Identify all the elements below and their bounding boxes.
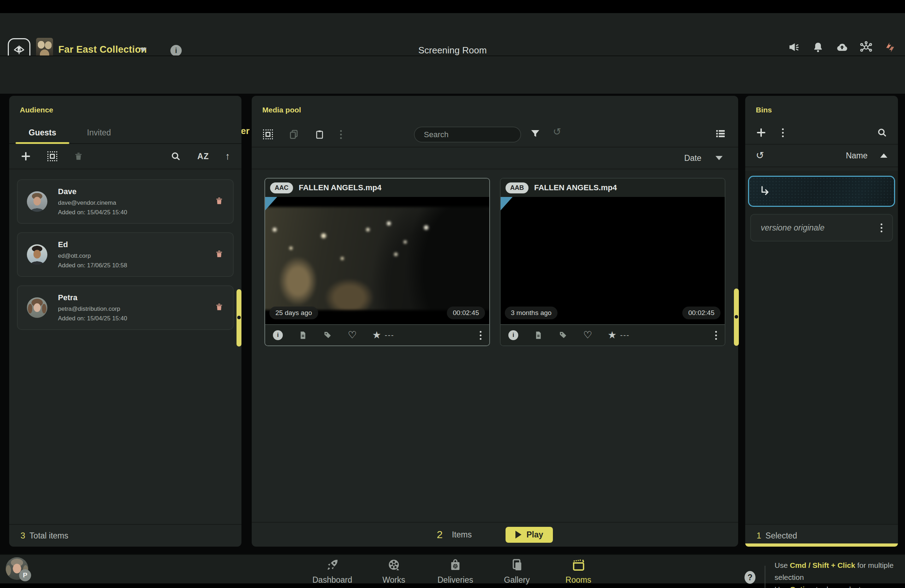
plus-icon — [21, 151, 31, 162]
help-cluster: ? Use Cmd / Shift + Click for multiple s… — [745, 559, 905, 588]
media-card-aab[interactable]: AAB FALLEN ANGELS.mp4 3 months ago 00:02… — [500, 178, 726, 346]
media-toolbar: ↺ — [252, 122, 738, 148]
select-all-guests-button[interactable] — [48, 151, 57, 161]
undo-icon[interactable]: ↺ — [756, 151, 764, 161]
delete-guests-button[interactable] — [73, 151, 83, 161]
help-line-1: Use Cmd / Shift + Click for multiple sel… — [775, 559, 905, 583]
star-icon: ★ — [372, 330, 381, 340]
media-pool-panel: Media pool ↺ Date — [252, 96, 738, 547]
add-bin-button[interactable] — [756, 127, 767, 138]
reset-filters-icon[interactable]: ↺ — [553, 127, 561, 137]
trash-icon — [214, 196, 224, 205]
bins-selection-accent-bar — [745, 544, 898, 547]
nav-item-deliveries[interactable]: Deliveries — [430, 558, 480, 585]
media-toolbar-left — [263, 122, 342, 147]
sort-alphabetical-icon[interactable]: AZ — [197, 152, 209, 161]
media-notes-icon[interactable] — [534, 331, 543, 340]
paste-clipboard-button[interactable] — [314, 129, 324, 139]
media-rating[interactable]: ★ --- — [608, 330, 630, 340]
guest-avatar — [27, 297, 48, 318]
media-sort-caret[interactable] — [716, 156, 722, 160]
remove-guest-button[interactable] — [214, 196, 224, 207]
media-version-badge: AAB — [505, 183, 529, 194]
search-bins-button[interactable] — [877, 127, 888, 138]
tag-icon — [559, 331, 568, 340]
collection-dropdown-caret[interactable] — [140, 48, 147, 52]
list-view-icon[interactable] — [715, 128, 726, 139]
media-item-count-label: Items — [452, 530, 472, 540]
media-more-options-icon[interactable] — [340, 130, 342, 139]
guest-avatar — [27, 191, 48, 212]
media-tag-icon[interactable] — [559, 331, 568, 340]
nav-item-works[interactable]: Works — [369, 558, 419, 585]
bin-item-versione-originale[interactable]: versione originale — [750, 214, 893, 242]
tab-guests[interactable]: Guests — [14, 128, 71, 143]
bin-more-options-icon[interactable] — [881, 224, 882, 232]
guest-info: Dave dave@vendor.cinema Added on: 15/04/… — [58, 187, 127, 216]
remove-guest-button[interactable] — [214, 249, 224, 260]
nav-label: Gallery — [504, 575, 530, 585]
bins-more-options-icon[interactable] — [782, 128, 784, 137]
audience-tabs: Guests Invited — [9, 122, 241, 144]
tab-invited[interactable]: Invited — [71, 128, 127, 143]
copy-media-button[interactable] — [289, 129, 299, 140]
cloud-upload-icon[interactable] — [836, 41, 848, 54]
network-hub-icon[interactable] — [860, 41, 872, 54]
media-more-options-icon[interactable] — [715, 331, 717, 340]
tab-guests-label: Guests — [29, 128, 56, 137]
nav-item-rooms[interactable]: Rooms — [554, 558, 603, 585]
select-all-media-button[interactable] — [263, 129, 273, 139]
audience-panel: Audience Guests Invited AZ ↑ — [9, 96, 241, 547]
add-guest-button[interactable] — [21, 151, 31, 162]
bins-sort-label[interactable]: Name — [846, 151, 867, 161]
rating-value: --- — [385, 331, 394, 339]
bin-drop-target-selected[interactable] — [748, 176, 895, 207]
media-rating[interactable]: ★ --- — [372, 330, 394, 340]
guest-row-petra[interactable]: Petra petra@distribution.corp Added on: … — [17, 285, 234, 330]
media-favorite-heart-icon[interactable]: ♡ — [348, 330, 357, 340]
guest-added-date: Added on: 15/04/25 15:40 — [58, 315, 127, 322]
remove-guest-button[interactable] — [214, 302, 224, 313]
media-more-options-icon[interactable] — [480, 331, 481, 340]
media-duration-badge: 00:02:45 — [447, 307, 485, 319]
bins-panel: Bins ↺ Name versione originale — [745, 96, 898, 547]
guest-row-ed[interactable]: Ed ed@ott.corp Added on: 17/06/25 10:58 — [17, 232, 234, 277]
sort-direction-up-icon[interactable]: ↑ — [225, 151, 230, 161]
star-icon: ★ — [608, 330, 616, 340]
nav-item-dashboard[interactable]: Dashboard — [308, 558, 357, 585]
media-favorite-heart-icon[interactable]: ♡ — [583, 330, 592, 340]
tag-icon — [323, 331, 332, 340]
play-button[interactable]: Play — [505, 527, 553, 543]
guest-row-dave[interactable]: Dave dave@vendor.cinema Added on: 15/04/… — [17, 179, 234, 224]
media-info-icon[interactable]: i — [508, 330, 518, 340]
media-thumbnail[interactable]: 25 days ago 00:02:45 — [265, 197, 489, 324]
audience-total-count: 3 — [21, 531, 25, 540]
help-divider — [765, 566, 765, 588]
collection-title[interactable]: Far East Collection — [58, 44, 147, 55]
audience-panel-title: Audience — [9, 96, 241, 114]
collection-info-icon[interactable]: i — [170, 45, 182, 56]
panel-resize-handle-left[interactable] — [237, 289, 241, 346]
nav-item-gallery[interactable]: Gallery — [492, 558, 541, 585]
tab-invited-label: Invited — [87, 128, 111, 137]
media-card-aac[interactable]: AAC FALLEN ANGELS.mp4 25 days ago 00:02:… — [264, 178, 490, 346]
notifications-bell-icon[interactable] — [812, 41, 824, 54]
active-tab-underline — [16, 142, 69, 144]
media-notes-icon[interactable] — [298, 331, 308, 340]
bins-sort-ascending-caret[interactable] — [880, 153, 888, 158]
media-tag-icon[interactable] — [323, 331, 332, 340]
user-avatar[interactable]: P — [6, 557, 28, 580]
video-frame-preview — [265, 207, 489, 310]
media-info-icon[interactable]: i — [273, 330, 283, 340]
panel-resize-handle-right[interactable] — [734, 289, 739, 346]
play-button-label: Play — [526, 530, 543, 540]
media-search-input[interactable] — [414, 127, 521, 143]
filter-funnel-icon[interactable] — [530, 128, 541, 139]
help-question-icon[interactable]: ? — [745, 571, 756, 584]
announcements-icon[interactable] — [788, 41, 800, 54]
media-thumbnail[interactable]: 3 months ago 00:02:45 — [500, 197, 725, 324]
brand-bolt-icon[interactable] — [884, 41, 897, 54]
bins-panel-title: Bins — [745, 96, 898, 114]
search-guests-button[interactable] — [170, 151, 181, 162]
media-sort-label[interactable]: Date — [684, 153, 701, 163]
